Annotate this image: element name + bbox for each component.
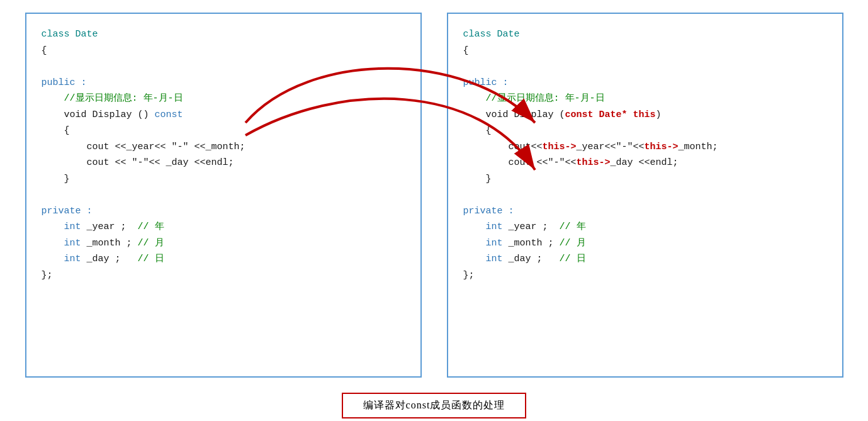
left-line-10: } (42, 171, 405, 188)
left-line-9: cout << "-"<< _day <<endl; (42, 155, 405, 171)
left-line-2: { (42, 43, 405, 59)
right-line-4: public : (463, 75, 827, 91)
right-line-8: cout<<this->_year<<"-"<<this->_month; (463, 139, 827, 155)
right-code-panel: class Date { public : //显示日期信息: 年-月-日 vo… (447, 13, 843, 378)
left-line-7: { (42, 123, 405, 139)
right-line-16: }; (463, 267, 827, 284)
right-line-6: void Display (const Date* this) (463, 107, 827, 123)
left-line-4: public : (42, 75, 405, 91)
right-line-13: int _year ; // 年 (463, 219, 827, 235)
right-line-9: cout <<"-"<<this->_day <<endl; (463, 155, 827, 171)
right-line-15: int _day ; // 日 (463, 251, 827, 267)
left-line-13: int _year ; // 年 (42, 219, 405, 235)
left-line-5: //显示日期信息: 年-月-日 (42, 91, 405, 107)
right-line-2: { (463, 43, 827, 59)
right-line-7: { (463, 123, 827, 139)
left-code-panel: class Date { public : //显示日期信息: 年-月-日 vo… (25, 13, 422, 378)
panels-row: class Date { public : //显示日期信息: 年-月-日 vo… (25, 13, 843, 378)
right-line-5: //显示日期信息: 年-月-日 (463, 91, 827, 107)
right-line-11 (463, 187, 827, 203)
left-line-3 (42, 59, 405, 75)
left-line-1: class Date (42, 26, 405, 43)
caption-text: 编译器对const成员函数的处理 (363, 400, 505, 410)
right-line-14: int _month ; // 月 (463, 235, 827, 252)
left-line-15: int _day ; // 日 (42, 251, 405, 267)
left-line-12: private : (42, 203, 405, 220)
left-line-16: }; (42, 267, 405, 284)
left-line-14: int _month ; // 月 (42, 235, 405, 252)
left-line-8: cout <<_year<< "-" <<_month; (42, 139, 405, 155)
main-container: class Date { public : //显示日期信息: 年-月-日 vo… (0, 0, 868, 421)
caption-box: 编译器对const成员函数的处理 (342, 393, 527, 418)
right-line-3 (463, 59, 827, 75)
right-line-12: private : (463, 203, 827, 220)
right-line-1: class Date (463, 26, 827, 43)
left-line-11 (42, 187, 405, 203)
left-line-6: void Display () const (42, 107, 405, 123)
right-line-10: } (463, 171, 827, 188)
